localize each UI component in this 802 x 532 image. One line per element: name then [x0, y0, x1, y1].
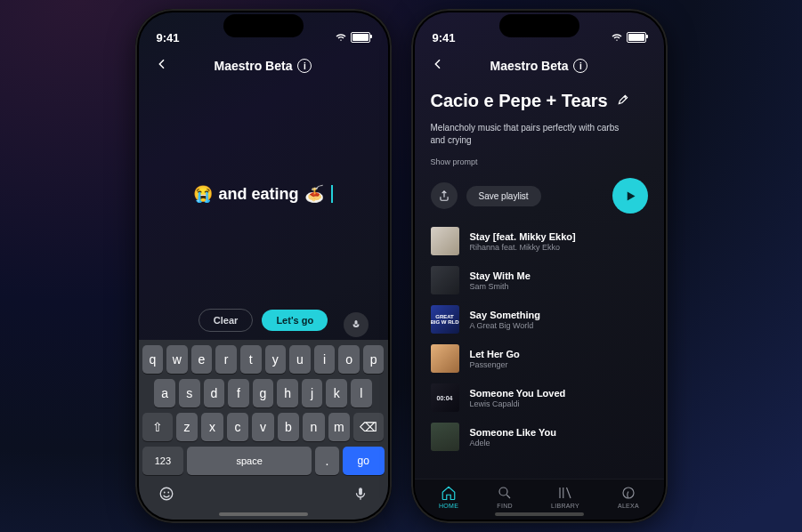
album-art: 00:04: [431, 383, 459, 412]
wifi-icon: [611, 32, 623, 43]
key-e[interactable]: e: [191, 345, 213, 374]
keyboard-row-3: ⇧ z x c v b n m ⌫: [142, 413, 385, 441]
track-row[interactable]: GREAT BIG W RLD Say SomethingA Great Big…: [431, 305, 648, 334]
app-header: Maestro Beta i: [415, 53, 664, 78]
key-y[interactable]: y: [265, 345, 287, 374]
key-space[interactable]: space: [187, 447, 312, 475]
play-button[interactable]: [612, 178, 648, 214]
key-z[interactable]: z: [176, 413, 198, 441]
share-button[interactable]: [431, 182, 458, 209]
track-artist: Passenger: [470, 360, 520, 369]
key-u[interactable]: u: [289, 345, 311, 374]
key-b[interactable]: b: [278, 413, 299, 441]
nav-find[interactable]: FIND: [497, 485, 513, 509]
track-artist: Lewis Capaldi: [470, 399, 566, 408]
key-w[interactable]: w: [166, 345, 188, 374]
key-h[interactable]: h: [277, 379, 298, 407]
prompt-area[interactable]: 😭 and eating 🍝: [139, 78, 388, 310]
key-o[interactable]: o: [338, 345, 360, 374]
save-playlist-button[interactable]: Save playlist: [466, 186, 541, 206]
keyboard-row-1: q w e r t y u i o p: [142, 345, 385, 374]
nav-home[interactable]: HOME: [439, 485, 458, 509]
key-shift[interactable]: ⇧: [142, 413, 173, 441]
keyboard-row-4: 123 space . go: [142, 447, 385, 475]
key-t[interactable]: t: [240, 345, 262, 374]
track-title: Someone Like You: [470, 427, 556, 438]
track-artist: Rihanna feat. Mikky Ekko: [470, 243, 576, 252]
key-f[interactable]: f: [228, 379, 249, 407]
key-q[interactable]: q: [142, 345, 164, 374]
key-go[interactable]: go: [343, 447, 385, 475]
key-i[interactable]: i: [314, 345, 336, 374]
nav-label: ALEXA: [618, 503, 639, 509]
bottom-nav: HOME FIND LIBRARY ALEXA: [415, 479, 664, 511]
key-k[interactable]: k: [326, 379, 347, 407]
alexa-icon: [620, 485, 636, 501]
clear-button[interactable]: Clear: [198, 309, 254, 332]
emoji-icon[interactable]: [158, 486, 174, 502]
app-header: Maestro Beta i: [139, 53, 388, 78]
mic-button[interactable]: [344, 312, 369, 337]
library-icon: [557, 485, 573, 501]
nav-library[interactable]: LIBRARY: [551, 485, 579, 509]
header-title: Maestro Beta: [490, 59, 569, 73]
info-icon[interactable]: i: [297, 59, 312, 73]
track-row[interactable]: 00:04 Someone You LovedLewis Capaldi: [431, 383, 648, 412]
key-123[interactable]: 123: [142, 447, 184, 475]
playlist-description: Melancholy music that pairs perfectly wi…: [431, 122, 636, 147]
status-time: 9:41: [157, 31, 180, 44]
key-n[interactable]: n: [303, 413, 324, 441]
playlist-title-row: Cacio e Pepe + Tears: [431, 91, 648, 111]
album-art: [431, 266, 459, 294]
home-indicator[interactable]: [495, 512, 584, 516]
info-icon[interactable]: i: [573, 59, 587, 73]
key-x[interactable]: x: [201, 413, 223, 441]
key-d[interactable]: d: [204, 379, 225, 407]
wifi-icon: [335, 32, 347, 43]
key-m[interactable]: m: [328, 413, 350, 441]
text-cursor: [331, 185, 333, 203]
track-row[interactable]: Stay [feat. Mikky Ekko]Rihanna feat. Mik…: [431, 227, 648, 255]
track-row[interactable]: Let Her GoPassenger: [431, 344, 648, 373]
action-bar: Clear Let's go: [139, 310, 388, 340]
dictation-icon[interactable]: [352, 486, 369, 502]
edit-button[interactable]: [617, 93, 629, 109]
nav-alexa[interactable]: ALEXA: [618, 485, 639, 509]
track-title: Stay [feat. Mikky Ekko]: [470, 231, 576, 242]
svg-point-2: [167, 492, 169, 494]
album-art: GREAT BIG W RLD: [431, 305, 459, 334]
key-a[interactable]: a: [154, 379, 175, 407]
key-r[interactable]: r: [215, 345, 237, 374]
prompt-text: 😭 and eating 🍝: [193, 184, 332, 204]
screen-left: 9:41 Maestro Beta i 😭 and eating 🍝 C: [139, 12, 388, 520]
key-g[interactable]: g: [253, 379, 274, 407]
svg-point-0: [160, 488, 173, 500]
key-c[interactable]: c: [227, 413, 248, 441]
home-icon: [441, 485, 457, 501]
phone-right: 9:41 Maestro Beta i Cacio e Pepe + Tears…: [411, 9, 668, 523]
emoji-pasta: 🍝: [304, 184, 324, 204]
header-title: Maestro Beta: [215, 59, 293, 73]
track-title: Let Her Go: [470, 349, 520, 359]
back-button[interactable]: [431, 57, 447, 73]
track-row[interactable]: Someone Like YouAdele: [431, 423, 648, 451]
key-l[interactable]: l: [351, 379, 372, 407]
home-indicator[interactable]: [219, 512, 308, 516]
lets-go-button[interactable]: Let's go: [262, 310, 328, 331]
playlist-title: Cacio e Pepe + Tears: [431, 91, 608, 111]
key-delete[interactable]: ⌫: [353, 413, 384, 441]
show-prompt-link[interactable]: Show prompt: [431, 157, 648, 166]
nav-label: LIBRARY: [551, 503, 579, 509]
key-v[interactable]: v: [252, 413, 273, 441]
battery-icon: [351, 32, 370, 43]
search-icon: [497, 485, 513, 501]
track-row[interactable]: Stay With MeSam Smith: [431, 266, 648, 294]
key-period[interactable]: .: [315, 447, 339, 475]
key-s[interactable]: s: [179, 379, 200, 407]
battery-icon: [627, 32, 646, 43]
back-button[interactable]: [155, 57, 171, 73]
key-p[interactable]: p: [363, 345, 385, 374]
key-j[interactable]: j: [302, 379, 323, 407]
phone-left: 9:41 Maestro Beta i 😭 and eating 🍝 C: [135, 9, 392, 523]
svg-point-5: [623, 488, 634, 498]
